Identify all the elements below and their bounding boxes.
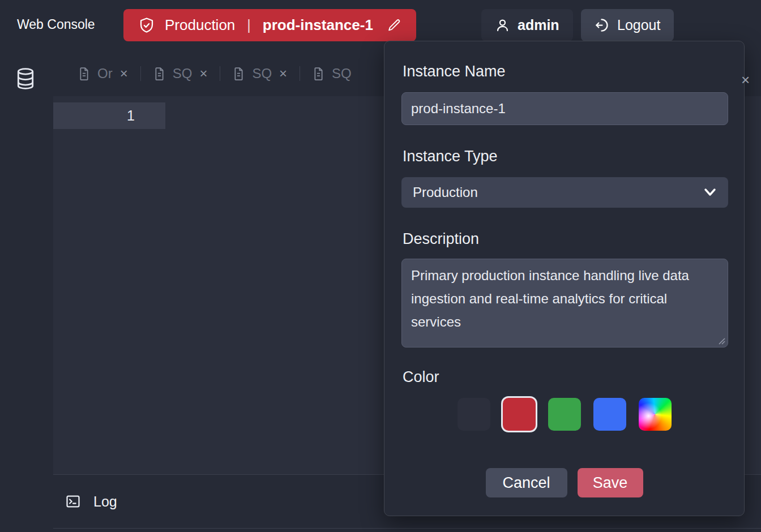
logout-button[interactable]: Logout (581, 9, 674, 41)
chevron-down-icon (703, 187, 717, 198)
file-icon (313, 67, 324, 81)
color-swatch-blue[interactable] (593, 398, 626, 431)
app-title: Web Console (17, 17, 95, 32)
color-swatch-row (458, 398, 672, 431)
description-textarea[interactable]: Primary production instance handling liv… (401, 259, 728, 347)
color-swatch-default[interactable] (458, 398, 490, 431)
terminal-icon (65, 494, 81, 509)
badge-divider: | (247, 17, 251, 33)
edit-instance-dialog: Instance Name Instance Type Production D… (384, 41, 745, 516)
instance-badge[interactable]: Production | prod-instance-1 (123, 9, 416, 41)
active-line-gutter: 1 (53, 102, 165, 129)
user-icon (495, 18, 510, 33)
instance-name-label: prod-instance-1 (263, 16, 373, 34)
database-icon[interactable] (15, 67, 36, 91)
shield-check-icon (138, 16, 155, 35)
save-button[interactable]: Save (578, 468, 643, 497)
resize-handle-icon[interactable] (717, 337, 725, 345)
tab-label: Or (97, 66, 113, 81)
log-label: Log (93, 494, 117, 510)
instance-env-label: Production (165, 16, 235, 34)
tab-orders[interactable]: Or × (66, 51, 140, 96)
file-icon (153, 67, 165, 81)
file-icon (233, 67, 245, 81)
tab-label: SQ (332, 66, 352, 81)
close-icon[interactable]: × (279, 67, 287, 80)
tab-sql-2[interactable]: SQ × (220, 51, 300, 96)
logout-icon (595, 18, 610, 33)
tab-sql-3[interactable]: SQ (300, 51, 364, 96)
line-number: 1 (127, 108, 135, 124)
close-icon[interactable]: × (120, 67, 128, 80)
color-label: Color (403, 368, 439, 386)
logout-label: Logout (617, 17, 660, 33)
cancel-button[interactable]: Cancel (486, 468, 567, 497)
close-icon[interactable]: × (199, 67, 207, 80)
file-icon (78, 67, 90, 81)
description-label: Description (403, 230, 479, 248)
instance-type-select[interactable]: Production (401, 177, 728, 208)
color-swatch-rainbow[interactable] (639, 398, 672, 431)
color-swatch-green[interactable] (548, 398, 581, 431)
dialog-buttons: Cancel Save (486, 468, 643, 497)
instance-name-input[interactable] (401, 92, 728, 125)
instance-type-value: Production (413, 185, 478, 200)
tab-label: SQ (252, 66, 272, 81)
color-swatch-red[interactable] (503, 398, 536, 431)
user-name: admin (518, 17, 559, 33)
edit-pencil-icon[interactable] (387, 18, 401, 32)
instance-name-label: Instance Name (403, 63, 506, 80)
user-chip[interactable]: admin (481, 9, 573, 41)
close-icon[interactable]: × (741, 71, 750, 89)
tab-sql-1[interactable]: SQ × (141, 51, 220, 96)
instance-type-label: Instance Type (403, 148, 498, 165)
tab-label: SQ (173, 66, 193, 81)
